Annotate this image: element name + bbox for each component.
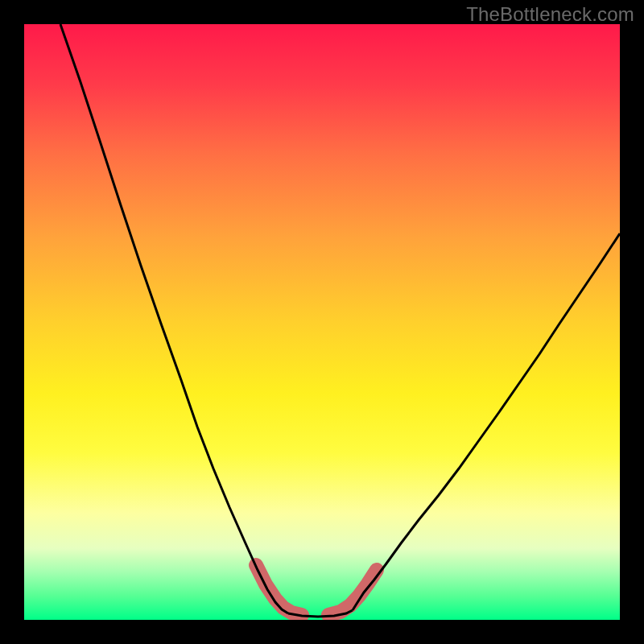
curve-left: [60, 24, 288, 613]
curve-layer: [60, 24, 620, 617]
chart-frame: TheBottleneck.com: [0, 0, 644, 644]
watermark-text: TheBottleneck.com: [466, 3, 634, 26]
chart-svg: [24, 24, 620, 620]
highlight-layer: [256, 565, 377, 615]
curve-right: [353, 233, 620, 610]
